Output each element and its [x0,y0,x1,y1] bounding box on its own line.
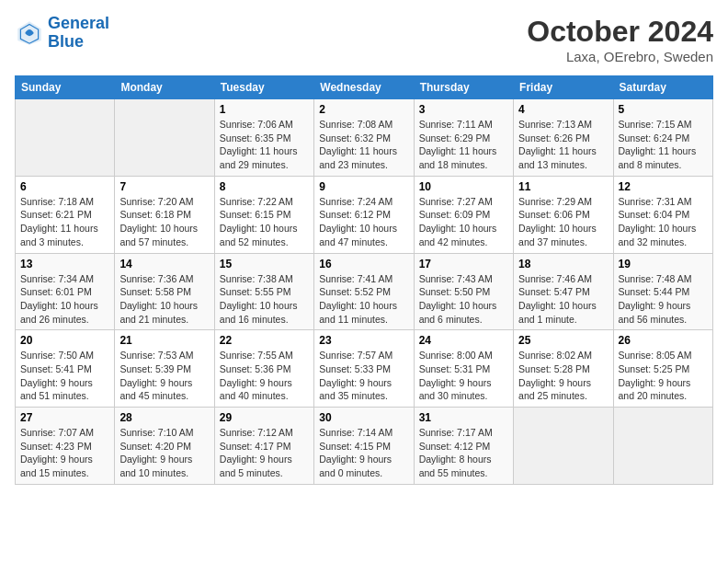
calendar-cell: 24Sunrise: 8:00 AMSunset: 5:31 PMDayligh… [414,330,513,408]
calendar-cell: 18Sunrise: 7:46 AMSunset: 5:47 PMDayligh… [514,253,613,330]
day-number: 22 [220,334,309,347]
day-number: 6 [20,180,109,193]
day-info: Sunrise: 7:55 AMSunset: 5:36 PMDaylight:… [220,349,309,403]
day-number: 3 [419,103,508,116]
day-info: Sunrise: 7:14 AMSunset: 4:15 PMDaylight:… [319,426,408,480]
weekday-row: SundayMondayTuesdayWednesdayThursdayFrid… [16,76,713,99]
day-number: 30 [319,411,408,424]
day-number: 11 [518,180,608,193]
calendar-cell: 12Sunrise: 7:31 AMSunset: 6:04 PMDayligh… [613,176,712,253]
weekday-header-thursday: Thursday [414,76,513,99]
calendar-cell: 16Sunrise: 7:41 AMSunset: 5:52 PMDayligh… [314,253,414,330]
weekday-header-friday: Friday [514,76,613,99]
page-header: General Blue October 2024 Laxa, OErebro,… [15,15,713,64]
logo-line2: Blue [48,32,84,51]
week-row-4: 20Sunrise: 7:50 AMSunset: 5:41 PMDayligh… [16,330,713,408]
day-number: 24 [419,334,508,347]
day-info: Sunrise: 7:11 AMSunset: 6:29 PMDaylight:… [419,118,508,172]
day-info: Sunrise: 7:24 AMSunset: 6:12 PMDaylight:… [319,195,408,249]
day-number: 2 [319,103,408,116]
day-number: 18 [518,258,608,270]
calendar-body: 1Sunrise: 7:06 AMSunset: 6:35 PMDaylight… [16,99,713,485]
calendar-cell: 9Sunrise: 7:24 AMSunset: 6:12 PMDaylight… [314,176,414,253]
logo-icon [15,18,44,48]
day-info: Sunrise: 7:08 AMSunset: 6:32 PMDaylight:… [319,118,408,172]
day-info: Sunrise: 7:57 AMSunset: 5:33 PMDaylight:… [319,349,408,403]
calendar-cell: 8Sunrise: 7:22 AMSunset: 6:15 PMDaylight… [214,176,313,253]
day-info: Sunrise: 7:07 AMSunset: 4:23 PMDaylight:… [20,426,109,480]
calendar-cell: 30Sunrise: 7:14 AMSunset: 4:15 PMDayligh… [314,408,414,485]
calendar-cell [514,408,613,485]
day-info: Sunrise: 7:41 AMSunset: 5:52 PMDaylight:… [319,272,408,327]
day-number: 4 [518,103,608,116]
day-info: Sunrise: 7:46 AMSunset: 5:47 PMDaylight:… [518,272,608,327]
day-number: 28 [119,411,209,424]
calendar-cell: 17Sunrise: 7:43 AMSunset: 5:50 PMDayligh… [414,253,513,330]
day-info: Sunrise: 7:06 AMSunset: 6:35 PMDaylight:… [220,118,309,172]
calendar-cell: 14Sunrise: 7:36 AMSunset: 5:58 PMDayligh… [115,253,214,330]
calendar-header: SundayMondayTuesdayWednesdayThursdayFrid… [16,76,713,99]
day-info: Sunrise: 7:10 AMSunset: 4:20 PMDaylight:… [119,426,209,480]
calendar-cell: 22Sunrise: 7:55 AMSunset: 5:36 PMDayligh… [214,330,313,408]
calendar-cell: 13Sunrise: 7:34 AMSunset: 6:01 PMDayligh… [16,253,115,330]
day-info: Sunrise: 7:17 AMSunset: 4:12 PMDaylight:… [419,426,508,480]
calendar-cell: 26Sunrise: 8:05 AMSunset: 5:25 PMDayligh… [613,330,712,408]
weekday-header-monday: Monday [115,76,214,99]
calendar-cell: 4Sunrise: 7:13 AMSunset: 6:26 PMDaylight… [514,99,613,177]
calendar-cell: 5Sunrise: 7:15 AMSunset: 6:24 PMDaylight… [613,99,712,177]
day-number: 12 [619,180,708,193]
day-info: Sunrise: 7:48 AMSunset: 5:44 PMDaylight:… [619,272,708,327]
day-number: 15 [220,258,309,270]
week-row-5: 27Sunrise: 7:07 AMSunset: 4:23 PMDayligh… [16,408,713,485]
day-number: 20 [20,334,109,347]
calendar-table: SundayMondayTuesdayWednesdayThursdayFrid… [15,75,713,485]
day-info: Sunrise: 8:05 AMSunset: 5:25 PMDaylight:… [619,349,708,403]
weekday-header-tuesday: Tuesday [214,76,313,99]
day-number: 17 [419,258,508,270]
day-number: 23 [319,334,408,347]
day-number: 16 [319,258,408,270]
calendar-cell [16,99,115,177]
logo-line1: General [48,14,109,32]
day-info: Sunrise: 8:00 AMSunset: 5:31 PMDaylight:… [419,349,508,403]
calendar-cell [613,408,712,485]
calendar-cell: 29Sunrise: 7:12 AMSunset: 4:17 PMDayligh… [214,408,313,485]
logo: General Blue [15,15,109,52]
calendar-cell: 23Sunrise: 7:57 AMSunset: 5:33 PMDayligh… [314,330,414,408]
day-info: Sunrise: 7:53 AMSunset: 5:39 PMDaylight:… [119,349,209,403]
calendar-cell: 2Sunrise: 7:08 AMSunset: 6:32 PMDaylight… [314,99,414,177]
calendar-cell: 1Sunrise: 7:06 AMSunset: 6:35 PMDaylight… [214,99,313,177]
day-number: 10 [419,180,508,193]
day-info: Sunrise: 7:12 AMSunset: 4:17 PMDaylight:… [220,426,309,480]
day-number: 29 [220,411,309,424]
day-info: Sunrise: 7:15 AMSunset: 6:24 PMDaylight:… [619,118,708,172]
month-title: October 2024 [527,15,713,49]
day-number: 26 [619,334,708,347]
calendar-cell: 11Sunrise: 7:29 AMSunset: 6:06 PMDayligh… [514,176,613,253]
day-number: 27 [20,411,109,424]
day-number: 8 [220,180,309,193]
weekday-header-sunday: Sunday [16,76,115,99]
day-info: Sunrise: 8:02 AMSunset: 5:28 PMDaylight:… [518,349,608,403]
day-info: Sunrise: 7:18 AMSunset: 6:21 PMDaylight:… [20,195,109,249]
calendar-cell: 3Sunrise: 7:11 AMSunset: 6:29 PMDaylight… [414,99,513,177]
calendar-cell: 10Sunrise: 7:27 AMSunset: 6:09 PMDayligh… [414,176,513,253]
day-number: 1 [220,103,309,116]
calendar-cell: 15Sunrise: 7:38 AMSunset: 5:55 PMDayligh… [214,253,313,330]
day-number: 21 [119,334,209,347]
day-info: Sunrise: 7:43 AMSunset: 5:50 PMDaylight:… [419,272,508,327]
calendar-cell: 7Sunrise: 7:20 AMSunset: 6:18 PMDaylight… [115,176,214,253]
title-block: October 2024 Laxa, OErebro, Sweden [527,15,713,64]
location: Laxa, OErebro, Sweden [527,49,713,64]
day-info: Sunrise: 7:36 AMSunset: 5:58 PMDaylight:… [119,272,209,327]
day-info: Sunrise: 7:22 AMSunset: 6:15 PMDaylight:… [220,195,309,249]
day-info: Sunrise: 7:27 AMSunset: 6:09 PMDaylight:… [419,195,508,249]
calendar-cell: 28Sunrise: 7:10 AMSunset: 4:20 PMDayligh… [115,408,214,485]
day-number: 7 [119,180,209,193]
calendar-cell [115,99,214,177]
day-number: 25 [518,334,608,347]
day-info: Sunrise: 7:20 AMSunset: 6:18 PMDaylight:… [119,195,209,249]
calendar-cell: 31Sunrise: 7:17 AMSunset: 4:12 PMDayligh… [414,408,513,485]
day-info: Sunrise: 7:29 AMSunset: 6:06 PMDaylight:… [518,195,608,249]
day-number: 19 [619,258,708,270]
